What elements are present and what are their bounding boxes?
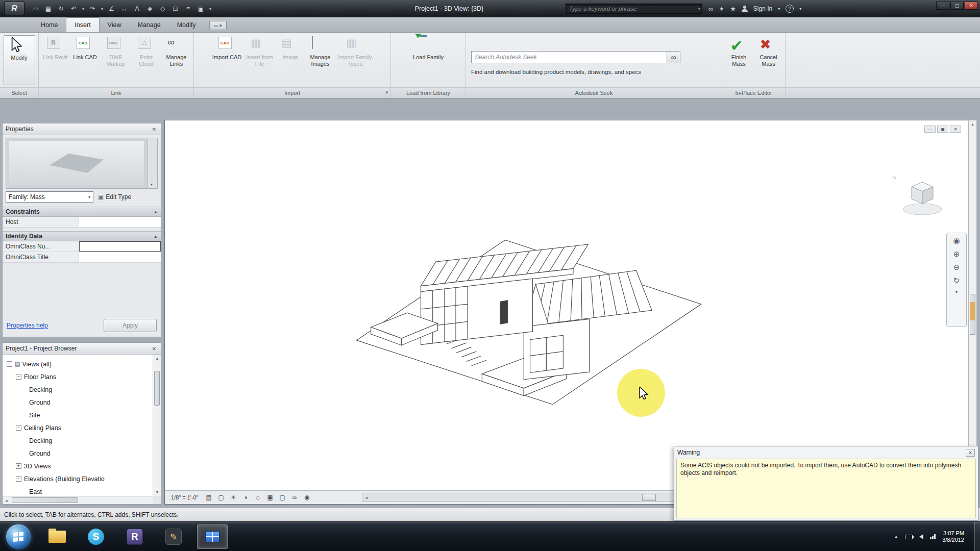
navbar-more-icon[interactable]: ▾	[955, 289, 958, 294]
undo-icon[interactable]: ↶	[68, 4, 80, 14]
detail-level-icon[interactable]: ▤	[204, 493, 214, 503]
tree-item-views-all[interactable]: − ▤ Views (all)	[3, 358, 153, 370]
tree-item-ground-ceiling[interactable]: Ground	[3, 447, 153, 460]
sun-path-icon[interactable]: ☀	[229, 493, 238, 503]
help-icon[interactable]: ?	[786, 5, 794, 13]
taskbar-explorer-button[interactable]	[42, 524, 72, 549]
taskbar-active-app-button[interactable]	[197, 524, 228, 549]
warning-close-icon[interactable]: ✕	[966, 449, 975, 457]
link-cad-button[interactable]: CAD Link CAD	[71, 35, 100, 62]
text-icon[interactable]: A	[131, 4, 143, 14]
communication-center-icon[interactable]: ✦	[719, 5, 724, 13]
steering-wheel-icon[interactable]: ◉	[953, 236, 960, 245]
scrollbar-thumb[interactable]	[154, 371, 160, 406]
omniclass-number-input[interactable]	[79, 241, 161, 252]
favorites-star-icon[interactable]: ★	[730, 5, 736, 13]
scroll-down-icon[interactable]: ▼	[153, 488, 161, 496]
taskbar-clock[interactable]: 3:07 PM 3/8/2012	[942, 530, 964, 543]
sign-in-dropdown-icon[interactable]: ▾	[778, 7, 780, 11]
start-button[interactable]	[6, 524, 31, 549]
undo-dropdown-icon[interactable]: ▾	[81, 4, 86, 14]
tab-insert[interactable]: Insert	[66, 17, 99, 32]
finish-mass-button[interactable]: ✔ Finish Mass	[725, 35, 753, 68]
view-close-icon[interactable]: ✕	[950, 126, 961, 133]
temporary-hide-isolate-icon[interactable]: ∞	[290, 493, 300, 503]
modify-button[interactable]: Modify	[4, 35, 35, 85]
tree-item-elevations[interactable]: − Elevations (Building Elevatio	[3, 472, 153, 485]
properties-close-icon[interactable]: ✕	[151, 127, 158, 132]
tab-manage[interactable]: Manage	[129, 18, 168, 32]
maximize-button[interactable]: ▢	[950, 2, 964, 10]
search-dropdown-icon[interactable]: ▾	[698, 7, 700, 11]
search-binoculars-icon[interactable]: ∞	[708, 5, 713, 13]
view-scale-button[interactable]: 1/8" = 1'-0"	[168, 493, 202, 502]
omniclass-title-value[interactable]	[79, 252, 161, 262]
switch-windows-icon[interactable]: ▣	[195, 4, 207, 14]
redo-dropdown-icon[interactable]: ▾	[100, 4, 105, 14]
close-button[interactable]: ✕	[965, 2, 978, 10]
view-restore-icon[interactable]: ▣	[937, 126, 948, 133]
open-icon[interactable]: ▱	[30, 4, 41, 14]
visual-style-icon[interactable]: ▢	[216, 493, 226, 503]
zoom-in-icon[interactable]: ⊕	[953, 249, 960, 259]
type-preview[interactable]: ▾	[6, 138, 158, 189]
project-browser-header[interactable]: Project1 - Project Browser ✕	[3, 343, 161, 355]
browser-horizontal-scrollbar[interactable]: ◄	[3, 496, 153, 504]
aligned-dimension-icon[interactable]: ↔	[118, 4, 130, 14]
identity-data-section-header[interactable]: Identity Data ▲	[3, 231, 161, 241]
battery-icon[interactable]	[905, 535, 913, 539]
qat-customize-icon[interactable]: ▾	[208, 4, 213, 14]
crop-view-icon[interactable]: ▣	[265, 493, 275, 503]
import-cad-button[interactable]: CAD Import CAD	[212, 35, 242, 62]
tree-item-ceiling-plans[interactable]: − Ceiling Plans	[3, 421, 153, 434]
reveal-hidden-elements-icon[interactable]: ◉	[302, 493, 312, 503]
in-place-editor-panel-label[interactable]: In-Place Editor	[722, 87, 785, 98]
autodesk-seek-panel-label[interactable]: Autodesk Seek	[466, 87, 722, 98]
host-value[interactable]	[79, 217, 161, 227]
zoom-out-icon[interactable]: ⊖	[953, 263, 960, 272]
infocenter-search-input[interactable]	[566, 4, 702, 14]
viewcube-home-icon[interactable]: ⌂	[892, 173, 896, 181]
tab-home[interactable]: Home	[33, 18, 66, 32]
save-icon[interactable]: ▦	[42, 4, 54, 14]
tree-item-east[interactable]: East	[3, 485, 153, 496]
point-cloud-button[interactable]: ∴ Point Cloud	[132, 35, 161, 68]
canvas-horizontal-scrollbar[interactable]: ◄	[362, 493, 674, 502]
tab-modify[interactable]: Modify	[169, 18, 204, 32]
scroll-up-icon[interactable]: ▲	[153, 355, 161, 362]
hidden-icons-chevron[interactable]: ▲	[894, 534, 898, 539]
properties-header[interactable]: Properties ✕	[3, 123, 161, 135]
sign-in-person-icon[interactable]	[742, 6, 748, 12]
thin-lines-icon[interactable]: ≡	[182, 4, 194, 14]
identity-collapse-icon[interactable]: ▲	[154, 234, 158, 239]
sign-in-label[interactable]: Sign In	[753, 5, 772, 12]
viewcube[interactable]: ⌂	[900, 176, 944, 219]
import-dialog-launcher-icon[interactable]: ▾	[385, 90, 388, 95]
tab-view[interactable]: View	[100, 18, 130, 32]
tree-item-floor-plans[interactable]: − Floor Plans	[3, 370, 153, 383]
taskbar-skype-button[interactable]: S	[81, 524, 111, 549]
scrollbar-thumb[interactable]	[642, 494, 656, 501]
select-panel-label[interactable]: Select	[0, 87, 38, 98]
application-menu-button[interactable]: R	[4, 2, 24, 15]
taskbar-editor-button[interactable]: ✎	[158, 524, 189, 549]
import-family-types-button[interactable]: ▥ Import Family Types	[337, 35, 373, 68]
shadows-icon[interactable]: ◑	[241, 493, 251, 503]
collapse-expander-icon[interactable]: −	[16, 374, 21, 380]
tree-item-ground[interactable]: Ground	[3, 396, 153, 409]
collapse-expander-icon[interactable]: −	[16, 476, 21, 482]
tag-icon[interactable]: ◈	[144, 4, 156, 14]
cancel-mass-button[interactable]: ✖ Cancel Mass	[754, 35, 783, 68]
scroll-left-icon[interactable]: ◄	[3, 496, 10, 505]
scroll-left-icon[interactable]: ◄	[362, 493, 371, 502]
expand-expander-icon[interactable]: +	[16, 463, 21, 469]
insert-from-file-button[interactable]: ▥ Insert from File	[243, 35, 276, 68]
browser-vertical-scrollbar[interactable]: ▲ ▼	[153, 355, 161, 496]
show-rendering-icon[interactable]: ⌂	[253, 493, 263, 503]
show-crop-region-icon[interactable]: ▢	[278, 493, 287, 503]
taskbar-revit-button[interactable]: R	[119, 524, 150, 549]
section-icon[interactable]: ⊟	[169, 4, 181, 14]
dwf-markup-button[interactable]: DWF DWF Markup	[101, 35, 131, 68]
sync-icon[interactable]: ↻	[55, 4, 67, 14]
ribbon-display-toggle[interactable]: ▭ ▾	[209, 21, 227, 30]
